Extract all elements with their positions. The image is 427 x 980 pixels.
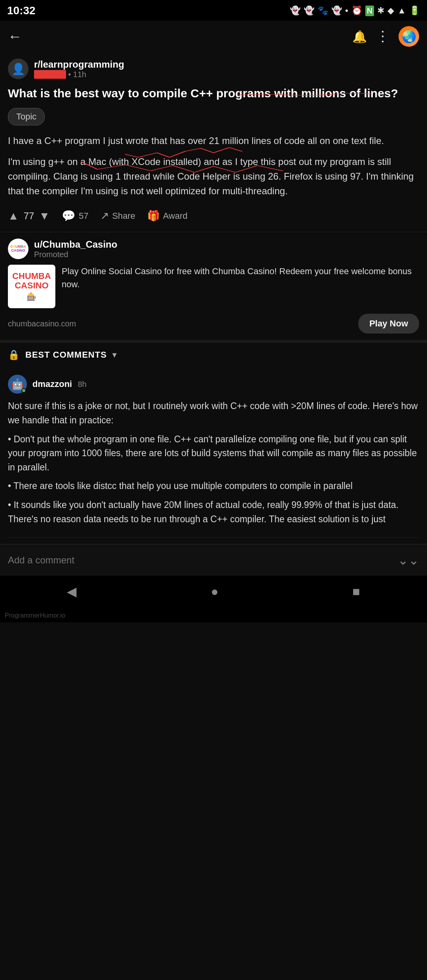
ad-promoted-label: Promoted: [34, 250, 117, 259]
post-meta: u/xxxxxx • 11h: [34, 70, 124, 79]
post-container: 👤 r/learnprogramming u/xxxxxx • 11h What…: [0, 52, 427, 232]
comment-meta: dmazzoni 8h: [32, 379, 87, 389]
ad-account-name[interactable]: u/Chumba_Casino: [34, 239, 117, 250]
ghost-icon-2: 👻: [304, 6, 314, 16]
ad-name-section: u/Chumba_Casino Promoted: [34, 239, 117, 259]
post-body: I have a C++ program I just wrote that h…: [8, 133, 419, 199]
ad-logo-a: A: [24, 245, 26, 248]
comment-header: 🤖 dmazzoni 8h: [8, 375, 419, 394]
ad-footer: chumbacasino.com Play Now: [8, 314, 419, 334]
wifi-icon: ◆: [387, 6, 394, 16]
comments-button[interactable]: 💬 57: [62, 209, 88, 222]
ad-img-casino: CASINO: [15, 281, 49, 290]
alarm-icon: ⏰: [351, 6, 362, 16]
ad-logo: CHUMBA CASINO: [8, 239, 28, 259]
ad-content: CHUMBA CASINO 🎰 Play Online Social Casin…: [8, 265, 419, 308]
post-wrapper: 👤 r/learnprogramming u/xxxxxx • 11h What…: [0, 52, 427, 232]
comments-header: 🔒 BEST COMMENTS ▾: [8, 349, 419, 360]
topic-tag[interactable]: Topic: [8, 108, 45, 125]
status-icons: 👻 👻 🐾 👻 • ⏰ N ✱ ◆ ▲ 🔋: [290, 6, 420, 16]
ghost-icon-3: 👻: [331, 6, 342, 16]
ghost-icon-1: 👻: [290, 6, 300, 16]
upvote-icon[interactable]: ▲: [8, 210, 19, 222]
post-time: • 11h: [68, 70, 86, 79]
ad-logo-m: M: [18, 245, 21, 248]
share-button[interactable]: ↗ Share: [100, 210, 136, 222]
comment-bullet-1: • Don't put the whole program in one fil…: [8, 432, 419, 475]
expand-comment-icon[interactable]: ⌄⌄: [398, 553, 419, 568]
nav-home-button[interactable]: ●: [211, 584, 218, 599]
ad-image: CHUMBA CASINO 🎰: [8, 265, 55, 308]
back-button[interactable]: ←: [8, 28, 22, 45]
subreddit-avatar[interactable]: 👤: [8, 59, 28, 79]
comments-sort-dropdown-icon[interactable]: ▾: [112, 350, 117, 360]
n-icon: N: [365, 6, 374, 16]
post-title: What is the best way to compile C++ prog…: [8, 85, 419, 102]
username-redacted: u/xxxxxx: [34, 70, 66, 79]
signal-icon: ▲: [397, 6, 406, 16]
nav-back-button[interactable]: ◀: [67, 584, 77, 599]
vote-container: ▲ 77 ▼: [8, 210, 50, 222]
lock-icon: 🔒: [8, 349, 20, 360]
commenter-avatar[interactable]: 🤖: [8, 375, 27, 394]
post-actions: ▲ 77 ▼ 💬 57 ↗ Share 🎁 Award: [8, 206, 419, 226]
hand-icon: 🐾: [317, 6, 328, 16]
commenter-username[interactable]: dmazzoni: [32, 379, 72, 389]
dot-icon: •: [345, 6, 348, 16]
watermark: ProgrammerHumor.io: [0, 610, 427, 622]
bluetooth-icon: ✱: [377, 6, 384, 16]
subreddit-header: 👤 r/learnprogramming u/xxxxxx • 11h: [8, 59, 419, 79]
award-label: Award: [163, 211, 187, 221]
app-bar-left: ←: [8, 28, 22, 45]
post-body-paragraph-2: I'm using g++ on a Mac (with XCode insta…: [8, 154, 419, 199]
battery-icon: 🔋: [409, 6, 420, 16]
upvote-count: 77: [24, 210, 34, 222]
award-icon: 🎁: [147, 210, 160, 222]
ad-container: CHUMBA CASINO u/Chumba_Casino Promoted C…: [0, 232, 427, 343]
status-bar: 10:32 👻 👻 🐾 👻 • ⏰ N ✱ ◆ ▲ 🔋: [0, 0, 427, 21]
add-comment-input[interactable]: [8, 555, 398, 566]
comment-item: 🤖 dmazzoni 8h Not sure if this is a joke…: [8, 368, 419, 538]
best-comments-label: BEST COMMENTS: [25, 350, 107, 360]
comment-time: 8h: [78, 380, 87, 389]
comment-icon: 💬: [62, 209, 76, 222]
ad-url: chumbacasino.com: [8, 319, 76, 328]
user-avatar[interactable]: 🌏: [399, 26, 419, 47]
play-now-button[interactable]: Play Now: [358, 314, 419, 334]
share-icon: ↗: [100, 210, 109, 222]
downvote-icon[interactable]: ▼: [39, 210, 50, 222]
ad-body-text: Play Online Social Casino for free with …: [62, 265, 419, 291]
notification-icon[interactable]: 🔔: [352, 30, 367, 44]
subreddit-info: r/learnprogramming u/xxxxxx • 11h: [34, 59, 124, 79]
ad-logo-casino: CASINO: [11, 248, 25, 252]
award-button[interactable]: 🎁 Award: [147, 210, 187, 222]
avatar-person-icon: 👤: [11, 63, 25, 76]
comment-bullet-3: • It sounds like you don't actually have…: [8, 498, 419, 526]
status-time: 10:32: [7, 4, 36, 17]
online-indicator: [21, 388, 26, 393]
add-comment-bar: ⌄⌄: [0, 544, 427, 576]
comments-section: 🔒 BEST COMMENTS ▾ 🤖 dmazzoni 8h Not sure…: [0, 343, 427, 544]
watermark-text: ProgrammerHumor.io: [5, 612, 65, 619]
ad-header: CHUMBA CASINO u/Chumba_Casino Promoted: [8, 239, 419, 259]
comment-bullet-2: • There are tools like distcc that help …: [8, 479, 419, 493]
app-bar: ← 🔔 ⋮ 🌏: [0, 21, 427, 52]
share-label: Share: [112, 211, 136, 221]
app-bar-right: 🔔 ⋮ 🌏: [352, 26, 419, 47]
more-options-icon[interactable]: ⋮: [376, 28, 390, 45]
post-body-paragraph-1: I have a C++ program I just wrote that h…: [8, 133, 419, 148]
comment-count: 57: [79, 211, 88, 221]
comment-intro: Not sure if this is a joke or not, but I…: [8, 399, 419, 427]
comment-body: Not sure if this is a joke or not, but I…: [8, 399, 419, 526]
ad-img-chumba: CHUMBA: [12, 271, 51, 281]
subreddit-name[interactable]: r/learnprogramming: [34, 59, 124, 70]
bottom-nav: ◀ ● ■: [0, 576, 427, 610]
nav-recent-button[interactable]: ■: [352, 584, 360, 599]
